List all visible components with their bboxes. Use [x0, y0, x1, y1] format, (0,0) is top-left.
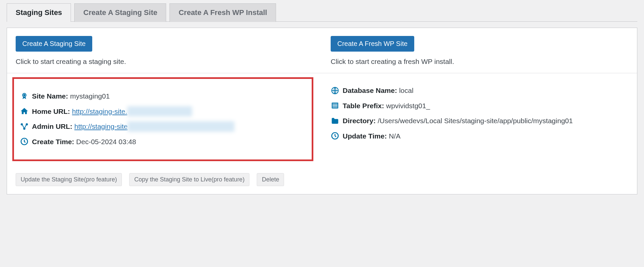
create-time-label: Create Time:	[32, 136, 74, 147]
tab-staging-sites[interactable]: Staging Sites	[7, 3, 71, 22]
update-time-value: N/A	[389, 131, 401, 141]
svg-rect-9	[332, 105, 337, 106]
svg-point-1	[24, 94, 25, 96]
network-icon	[20, 122, 29, 131]
admin-url-row: Admin URL: http://staging-site xxxxxxxxx…	[20, 121, 306, 132]
copy-to-live-button[interactable]: Copy the Staging Site to Live(pro featur…	[129, 173, 249, 186]
create-time-row: Create Time: Dec-05-2024 03:48	[20, 136, 306, 147]
admin-url-redacted: xxxxxxxxxxxxxxxxxxxxxxxxxxxxx	[128, 121, 234, 132]
main-panel: Create A Staging Site Click to start cre…	[7, 28, 637, 194]
create-fresh-button[interactable]: Create A Fresh WP Site	[331, 36, 414, 52]
directory-row: Directory: /Users/wedevs/Local Sites/sta…	[331, 116, 628, 126]
create-time-value: Dec-05-2024 03:48	[76, 136, 136, 147]
admin-url-label: Admin URL:	[32, 121, 72, 132]
delete-button[interactable]: Delete	[257, 173, 284, 186]
tab-create-fresh[interactable]: Create A Fresh WP Install	[169, 3, 276, 22]
create-staging-hint: Click to start creating a staging site.	[16, 58, 313, 66]
db-name-label: Database Name:	[343, 85, 397, 96]
update-time-label: Update Time:	[343, 131, 387, 141]
clock-icon	[20, 137, 29, 146]
db-name-value: local	[399, 85, 413, 96]
site-name-value: mystaging01	[70, 91, 110, 102]
clock-icon	[331, 132, 339, 140]
admin-url-link[interactable]: http://staging-site	[74, 121, 128, 132]
db-name-row: Database Name: local	[331, 85, 628, 96]
top-actions-row: Create A Staging Site Click to start cre…	[7, 28, 637, 73]
list-icon	[331, 101, 339, 110]
update-time-row: Update Time: N/A	[331, 131, 628, 141]
site-detail-row: Site Name: mystaging01 Home URL: http://…	[7, 73, 637, 173]
create-fresh-section: Create A Fresh WP Site Click to start cr…	[322, 28, 637, 73]
site-name-label: Site Name:	[32, 91, 68, 102]
directory-value: /Users/wedevs/Local Sites/staging-site/a…	[378, 116, 573, 126]
create-staging-section: Create A Staging Site Click to start cre…	[7, 28, 322, 73]
site-right-col: Database Name: local Table Prefix: wpviv…	[322, 73, 637, 173]
table-prefix-row: Table Prefix: wpvividstg01_	[331, 101, 628, 111]
home-url-row: Home URL: http://staging-site. xxxxxxxxx…	[20, 106, 306, 117]
home-icon	[20, 107, 29, 116]
globe-icon	[331, 86, 339, 95]
table-prefix-label: Table Prefix:	[343, 101, 384, 111]
svg-rect-10	[332, 107, 337, 108]
badge-icon	[20, 92, 29, 101]
action-buttons-row: Update the Staging Site(pro feature) Cop…	[7, 173, 637, 194]
create-staging-button[interactable]: Create A Staging Site	[16, 36, 92, 52]
site-name-row: Site Name: mystaging01	[20, 91, 306, 102]
table-prefix-value: wpvividstg01_	[386, 101, 430, 111]
tabs: Staging Sites Create A Staging Site Crea…	[7, 3, 637, 22]
home-url-label: Home URL:	[32, 106, 70, 117]
directory-label: Directory:	[343, 116, 376, 126]
svg-rect-8	[332, 104, 337, 105]
folder-icon	[331, 117, 339, 125]
tab-create-staging[interactable]: Create A Staging Site	[74, 3, 166, 22]
create-fresh-hint: Click to start creating a fresh WP insta…	[331, 58, 628, 66]
home-url-link[interactable]: http://staging-site.	[72, 106, 127, 117]
highlighted-site-info: Site Name: mystaging01 Home URL: http://…	[12, 77, 313, 161]
update-staging-button[interactable]: Update the Staging Site(pro feature)	[16, 173, 122, 186]
site-left-col: Site Name: mystaging01 Home URL: http://…	[7, 73, 322, 173]
home-url-redacted: xxxxxxxxxxxxxxxxx	[127, 106, 192, 117]
